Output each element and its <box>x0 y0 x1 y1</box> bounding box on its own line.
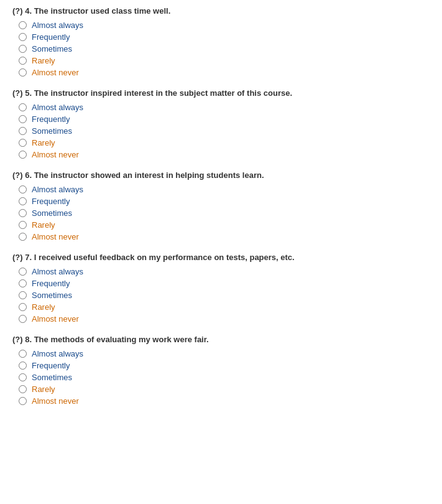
survey-container: (?) 4. The instructor used class time we… <box>12 6 430 406</box>
options-list-q5: Almost alwaysFrequentlySometimesRarelyAl… <box>12 103 430 159</box>
option-label-q7-almost_always[interactable]: Almost always <box>32 267 83 276</box>
option-item-q5-rarely: Rarely <box>19 138 430 147</box>
radio-q7-frequently[interactable] <box>19 279 27 287</box>
radio-q5-almost_always[interactable] <box>19 103 27 111</box>
option-item-q6-rarely: Rarely <box>19 220 430 230</box>
question-label-q5: (?) 5. The instructor inspired interest … <box>12 88 430 98</box>
option-label-q4-almost_always[interactable]: Almost always <box>32 21 83 30</box>
option-item-q7-rarely: Rarely <box>19 302 430 312</box>
option-item-q6-almost_never: Almost never <box>19 232 430 241</box>
radio-q8-sometimes[interactable] <box>19 373 27 381</box>
radio-q7-rarely[interactable] <box>19 303 27 311</box>
option-label-q5-sometimes[interactable]: Sometimes <box>32 126 72 136</box>
radio-q6-sometimes[interactable] <box>19 209 27 217</box>
radio-q8-frequently[interactable] <box>19 362 27 370</box>
options-list-q8: Almost alwaysFrequentlySometimesRarelyAl… <box>12 349 430 406</box>
option-item-q5-almost_always: Almost always <box>19 103 430 112</box>
option-label-q8-rarely[interactable]: Rarely <box>32 385 55 394</box>
question-block-q6: (?) 6. The instructor showed an interest… <box>12 170 430 241</box>
option-label-q8-almost_never[interactable]: Almost never <box>32 396 79 406</box>
question-block-q8: (?) 8. The methods of evaluating my work… <box>12 335 430 406</box>
option-item-q8-rarely: Rarely <box>19 385 430 394</box>
question-label-q4: (?) 4. The instructor used class time we… <box>12 6 430 16</box>
question-block-q7: (?) 7. I received useful feedback on my … <box>12 253 430 324</box>
option-item-q4-almost_never: Almost never <box>19 68 430 77</box>
option-label-q5-almost_always[interactable]: Almost always <box>32 103 83 112</box>
radio-q7-sometimes[interactable] <box>19 291 27 299</box>
option-item-q8-sometimes: Sometimes <box>19 373 430 382</box>
option-item-q8-frequently: Frequently <box>19 361 430 370</box>
radio-q5-frequently[interactable] <box>19 115 27 123</box>
option-item-q7-almost_always: Almost always <box>19 267 430 276</box>
option-label-q5-frequently[interactable]: Frequently <box>32 114 70 124</box>
options-list-q6: Almost alwaysFrequentlySometimesRarelyAl… <box>12 185 430 241</box>
option-item-q6-frequently: Frequently <box>19 197 430 206</box>
question-label-q7: (?) 7. I received useful feedback on my … <box>12 253 430 262</box>
option-item-q7-sometimes: Sometimes <box>19 291 430 300</box>
option-label-q4-almost_never[interactable]: Almost never <box>32 68 79 77</box>
option-label-q6-almost_never[interactable]: Almost never <box>32 232 79 241</box>
option-label-q7-sometimes[interactable]: Sometimes <box>32 291 72 300</box>
option-label-q8-sometimes[interactable]: Sometimes <box>32 373 72 382</box>
option-item-q6-almost_always: Almost always <box>19 185 430 194</box>
option-item-q7-almost_never: Almost never <box>19 314 430 324</box>
option-item-q8-almost_never: Almost never <box>19 396 430 406</box>
radio-q7-almost_always[interactable] <box>19 268 27 276</box>
radio-q5-rarely[interactable] <box>19 139 27 147</box>
option-item-q5-frequently: Frequently <box>19 114 430 124</box>
radio-q4-sometimes[interactable] <box>19 45 27 53</box>
radio-q6-rarely[interactable] <box>19 221 27 229</box>
question-label-q8: (?) 8. The methods of evaluating my work… <box>12 335 430 344</box>
radio-q4-rarely[interactable] <box>19 57 27 65</box>
option-item-q5-sometimes: Sometimes <box>19 126 430 136</box>
option-label-q8-frequently[interactable]: Frequently <box>32 361 70 370</box>
radio-q6-frequently[interactable] <box>19 197 27 205</box>
radio-q5-sometimes[interactable] <box>19 127 27 135</box>
option-label-q4-frequently[interactable]: Frequently <box>32 32 70 42</box>
radio-q4-almost_always[interactable] <box>19 21 27 29</box>
option-item-q7-frequently: Frequently <box>19 279 430 288</box>
option-label-q8-almost_always[interactable]: Almost always <box>32 349 83 358</box>
radio-q7-almost_never[interactable] <box>19 315 27 323</box>
options-list-q4: Almost alwaysFrequentlySometimesRarelyAl… <box>12 21 430 77</box>
option-label-q7-rarely[interactable]: Rarely <box>32 302 55 312</box>
question-label-q6: (?) 6. The instructor showed an interest… <box>12 170 430 180</box>
option-label-q6-rarely[interactable]: Rarely <box>32 220 55 230</box>
option-label-q6-frequently[interactable]: Frequently <box>32 197 70 206</box>
option-label-q5-rarely[interactable]: Rarely <box>32 138 55 147</box>
question-block-q5: (?) 5. The instructor inspired interest … <box>12 88 430 159</box>
radio-q8-almost_never[interactable] <box>19 397 27 405</box>
option-label-q6-sometimes[interactable]: Sometimes <box>32 208 72 218</box>
question-block-q4: (?) 4. The instructor used class time we… <box>12 6 430 77</box>
option-item-q4-sometimes: Sometimes <box>19 44 430 54</box>
radio-q8-rarely[interactable] <box>19 385 27 393</box>
option-item-q6-sometimes: Sometimes <box>19 208 430 218</box>
radio-q4-almost_never[interactable] <box>19 68 27 77</box>
option-item-q4-almost_always: Almost always <box>19 21 430 30</box>
options-list-q7: Almost alwaysFrequentlySometimesRarelyAl… <box>12 267 430 324</box>
option-label-q4-sometimes[interactable]: Sometimes <box>32 44 72 54</box>
option-item-q4-frequently: Frequently <box>19 32 430 42</box>
option-label-q4-rarely[interactable]: Rarely <box>32 56 55 65</box>
option-label-q6-almost_always[interactable]: Almost always <box>32 185 83 194</box>
option-label-q7-almost_never[interactable]: Almost never <box>32 314 79 324</box>
radio-q8-almost_always[interactable] <box>19 350 27 358</box>
option-label-q7-frequently[interactable]: Frequently <box>32 279 70 288</box>
option-label-q5-almost_never[interactable]: Almost never <box>32 150 79 159</box>
radio-q6-almost_always[interactable] <box>19 185 27 194</box>
option-item-q5-almost_never: Almost never <box>19 150 430 159</box>
radio-q6-almost_never[interactable] <box>19 233 27 241</box>
radio-q5-almost_never[interactable] <box>19 151 27 159</box>
option-item-q4-rarely: Rarely <box>19 56 430 65</box>
option-item-q8-almost_always: Almost always <box>19 349 430 358</box>
radio-q4-frequently[interactable] <box>19 33 27 41</box>
